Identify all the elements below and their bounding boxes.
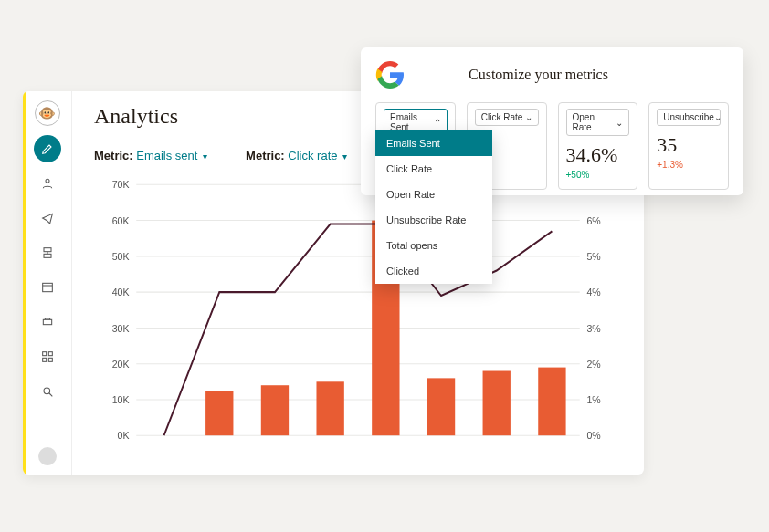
svg-rect-1 — [44, 248, 51, 252]
svg-rect-3 — [42, 283, 52, 291]
svg-text:50K: 50K — [112, 251, 130, 262]
dropdown-item[interactable]: Emails Sent — [375, 130, 492, 156]
metric-selector-click-rate[interactable]: Metric: Click rate ▾ — [246, 149, 347, 162]
metric-select-open-rate[interactable]: Open Rate ⌄ — [566, 109, 630, 136]
campaigns-icon[interactable] — [34, 204, 61, 232]
select-label: Unsubscribe — [663, 112, 714, 122]
svg-text:20K: 20K — [112, 358, 130, 369]
metric-card-emails-sent: Emails Sent ⌃ .2% Emails Sent Click Rate… — [375, 102, 456, 190]
svg-rect-36 — [316, 381, 343, 435]
website-icon[interactable] — [34, 274, 61, 301]
chevron-down-icon: ⌄ — [616, 118, 623, 128]
metric-card-open-rate: Open Rate ⌄ 34.6% +50% — [558, 102, 638, 190]
svg-text:1%: 1% — [586, 394, 601, 405]
customize-metrics-card: Customize your metrics Emails Sent ⌃ .2%… — [361, 47, 743, 195]
metric-card-unsubscribe: Unsubscribe ⌄ 35 +1.3% — [648, 102, 729, 190]
svg-rect-4 — [43, 319, 51, 324]
select-label: Open Rate — [573, 112, 616, 132]
create-icon[interactable] — [34, 135, 61, 162]
svg-text:2%: 2% — [586, 358, 601, 369]
svg-point-9 — [44, 388, 50, 394]
svg-text:70K: 70K — [112, 179, 130, 190]
svg-text:10K: 10K — [112, 394, 130, 405]
svg-text:0K: 0K — [118, 430, 131, 441]
svg-rect-5 — [42, 352, 46, 356]
metric-delta: +1.3% — [657, 160, 721, 170]
integrations-icon[interactable] — [34, 343, 61, 370]
svg-rect-34 — [205, 391, 233, 435]
svg-text:3%: 3% — [586, 322, 601, 333]
customize-title: Customize your metrics — [469, 67, 608, 83]
chevron-down-icon: ▾ — [342, 151, 347, 162]
svg-rect-40 — [538, 368, 565, 436]
svg-rect-38 — [427, 378, 455, 435]
chevron-down-icon: ⌄ — [714, 112, 722, 122]
metric-label: Metric: — [94, 149, 133, 162]
dropdown-item[interactable]: Click Rate — [375, 156, 492, 182]
audience-icon[interactable] — [34, 170, 61, 197]
metric-label: Metric: — [246, 149, 285, 162]
dropdown-item[interactable]: Clicked — [375, 258, 492, 284]
svg-text:5%: 5% — [586, 251, 601, 262]
select-label: Click Rate — [481, 112, 523, 122]
metric-dropdown: Emails Sent Click Rate Open Rate Unsubsc… — [375, 130, 492, 284]
mailchimp-logo-icon[interactable]: 🐵 — [35, 100, 60, 126]
svg-text:4%: 4% — [586, 287, 601, 297]
svg-rect-39 — [483, 371, 511, 436]
metric-select-unsubscribe[interactable]: Unsubscribe ⌄ — [657, 109, 721, 126]
svg-text:6%: 6% — [586, 214, 601, 225]
automations-icon[interactable] — [34, 239, 61, 266]
metric-delta: +50% — [566, 170, 630, 180]
sidebar: 🐵 — [23, 91, 72, 475]
svg-rect-8 — [48, 358, 52, 361]
analytics-chart: 0K10K20K30K40K50K60K70K0%1%2%3%4%5%6%7% — [94, 175, 622, 458]
profile-avatar-placeholder[interactable] — [38, 447, 57, 465]
chevron-down-icon: ⌄ — [525, 112, 532, 122]
svg-rect-7 — [42, 358, 46, 361]
svg-rect-2 — [44, 254, 51, 257]
svg-text:0%: 0% — [586, 430, 601, 441]
content-icon[interactable] — [34, 308, 61, 336]
metric-select-click-rate[interactable]: Click Rate ⌄ — [475, 109, 539, 126]
svg-text:40K: 40K — [112, 287, 130, 297]
chevron-up-icon: ⌃ — [434, 118, 441, 128]
select-label: Emails Sent — [390, 112, 434, 132]
search-icon[interactable] — [34, 378, 61, 405]
metric-value: Emails sent — [136, 149, 197, 162]
metric-selector-emails-sent[interactable]: Metric: Emails sent ▾ — [94, 149, 207, 162]
svg-rect-35 — [261, 385, 289, 435]
dropdown-item[interactable]: Unsubscribe Rate — [375, 207, 492, 233]
svg-text:60K: 60K — [112, 214, 130, 225]
dropdown-item[interactable]: Open Rate — [375, 182, 492, 207]
svg-rect-6 — [48, 352, 52, 356]
chevron-down-icon: ▾ — [203, 151, 207, 162]
metric-value: 35 — [657, 133, 721, 157]
svg-point-0 — [46, 179, 49, 183]
svg-text:30K: 30K — [112, 322, 130, 333]
dropdown-item[interactable]: Total opens — [375, 233, 492, 258]
metric-value: Click rate — [288, 149, 337, 162]
metric-value: 34.6% — [566, 143, 630, 167]
google-logo-icon — [375, 60, 405, 89]
